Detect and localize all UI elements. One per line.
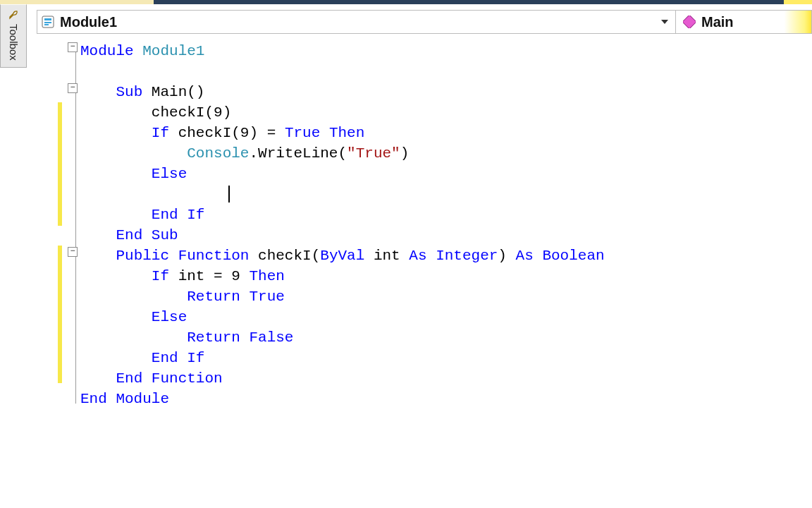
code-content: Module Module1 Sub Main() checkI(9) If c…	[80, 41, 605, 409]
navigation-bar: Module1 Main	[37, 10, 812, 34]
change-indicator	[58, 102, 62, 226]
method-selector-text: Main	[701, 14, 734, 30]
chevron-down-icon	[661, 20, 668, 24]
class-selector-text: Module1	[60, 14, 117, 30]
svg-rect-1	[44, 18, 51, 20]
svg-rect-4	[683, 16, 696, 28]
fold-toggle[interactable]: −	[68, 247, 78, 257]
svg-rect-2	[44, 22, 51, 23]
method-icon	[683, 16, 696, 28]
toolbox-icon	[8, 9, 19, 20]
svg-rect-3	[44, 24, 49, 25]
fold-toggle[interactable]: −	[68, 83, 78, 93]
toolbox-label: Toolbox	[8, 23, 20, 61]
fold-toggle[interactable]: −	[68, 42, 78, 52]
class-selector[interactable]: Module1	[37, 11, 676, 33]
method-selector[interactable]: Main	[676, 11, 811, 33]
change-indicator	[58, 246, 62, 383]
module-icon	[42, 16, 54, 28]
code-editor[interactable]: − − − Module Module1 Sub Main() checkI(9…	[37, 35, 812, 508]
toolbox-tab[interactable]: Toolbox	[0, 4, 27, 68]
text-cursor	[228, 186, 230, 202]
